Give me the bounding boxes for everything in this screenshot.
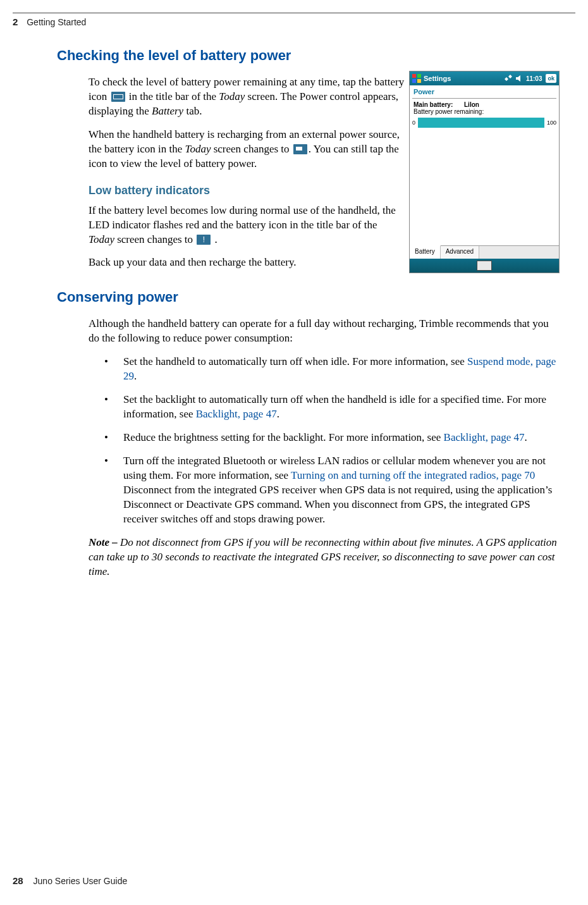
link-radios[interactable]: Turning on and turning off the integrate…	[291, 469, 535, 481]
link-backlight-2[interactable]: Backlight, page 47	[444, 431, 525, 443]
note-label: Note –	[89, 536, 120, 548]
heading-conserving-power: Conserving power	[57, 289, 560, 305]
guide-title: Juno Series User Guide	[34, 876, 128, 886]
list-item: Set the backlight to automatically turn …	[89, 393, 560, 422]
list-item: Reduce the brightness setting for the ba…	[89, 431, 560, 445]
p-recharging: When the handheld battery is recharging …	[89, 128, 405, 171]
p-check-battery: To check the level of battery power rema…	[89, 75, 405, 119]
low-battery-icon	[197, 235, 211, 245]
list-item: Turn off the integrated Bluetooth or wir…	[89, 454, 560, 527]
page-number: 28	[13, 875, 23, 886]
p-conserve-intro: Although the handheld battery can operat…	[89, 317, 560, 346]
chapter-number: 2	[13, 16, 18, 27]
p-backup: Back up your data and then recharge the …	[89, 255, 560, 270]
page-footer: 28 Juno Series User Guide	[13, 875, 127, 886]
heading-low-battery: Low battery indicators	[89, 184, 560, 197]
battery-icon	[111, 92, 125, 102]
heading-checking-battery: Checking the level of battery power	[57, 47, 560, 64]
link-backlight-1[interactable]: Backlight, page 47	[196, 408, 277, 420]
note-paragraph: Note – Do not disconnect from GPS if you…	[89, 536, 560, 579]
list-item: Set the handheld to automatically turn o…	[89, 355, 560, 384]
p-low-battery: If the battery level becomes low during …	[89, 204, 405, 247]
main-content: Checking the level of battery power To c…	[57, 47, 560, 588]
charging-icon	[293, 144, 307, 154]
conserve-list: Set the handheld to automatically turn o…	[89, 355, 560, 526]
chapter-title: Getting Started	[27, 17, 86, 27]
page-header: 2 Getting Started	[13, 13, 575, 27]
